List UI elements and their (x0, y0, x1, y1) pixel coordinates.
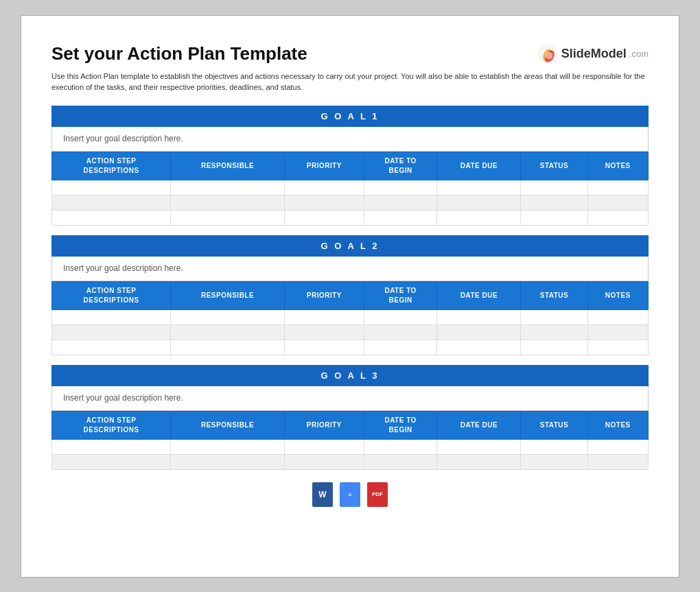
cell (587, 180, 648, 195)
table-row (52, 340, 649, 355)
cell (521, 180, 587, 195)
cell (284, 210, 364, 225)
cell (364, 340, 437, 355)
word-icon[interactable]: W (312, 482, 333, 507)
table-header-row: ACTION STEPDESCRIPTIONS RESPONSIBLE PRIO… (52, 152, 649, 180)
col-priority: PRIORITY (284, 152, 364, 180)
cell (587, 340, 648, 355)
cell (437, 195, 521, 210)
cell (521, 324, 587, 340)
col-status: STATUS (521, 411, 587, 439)
goal-section-3: G O A L 3 Insert your goal description h… (51, 365, 649, 470)
col-date-begin: DATE TOBEGIN (364, 281, 437, 309)
cell (171, 180, 285, 195)
cell (171, 309, 285, 324)
cell (364, 195, 437, 210)
goal-2-description: Insert your goal description here. (51, 257, 649, 281)
cell (521, 210, 587, 225)
goal-3-description: Insert your goal description here. (51, 386, 649, 411)
page-container: Set your Action Plan Template SlideModel… (21, 15, 679, 578)
col-status: STATUS (521, 281, 587, 309)
col-date-begin: DATE TOBEGIN (364, 152, 437, 180)
col-date-due: DATE DUE (437, 281, 521, 309)
col-date-begin: DATE TOBEGIN (364, 411, 437, 439)
docs-icon[interactable]: ≡ (340, 482, 360, 507)
footer-icons: W ≡ PDF (51, 482, 649, 507)
cell (284, 195, 364, 210)
col-responsible: RESPONSIBLE (171, 281, 285, 309)
col-notes: NOTES (587, 411, 648, 439)
cell (284, 324, 364, 340)
cell (521, 454, 587, 469)
cell (171, 324, 285, 340)
cell (52, 340, 171, 355)
header-row: Set your Action Plan Template SlideModel… (51, 43, 649, 65)
col-action-step: ACTION STEPDESCRIPTIONS (52, 281, 171, 309)
page-title: Set your Action Plan Template (51, 43, 307, 64)
cell (284, 454, 364, 469)
goal-section-1: G O A L 1 Insert your goal description h… (51, 106, 649, 226)
col-date-due: DATE DUE (437, 411, 521, 439)
logo-text: SlideModel (561, 47, 627, 61)
cell (521, 309, 587, 324)
pdf-icon-label: PDF (372, 491, 383, 497)
cell (437, 309, 521, 324)
col-notes: NOTES (587, 152, 648, 180)
col-status: STATUS (521, 152, 587, 180)
pdf-icon[interactable]: PDF (367, 482, 388, 507)
cell (52, 324, 171, 340)
cell (284, 340, 364, 355)
cell (284, 439, 364, 454)
cell (587, 195, 648, 210)
word-icon-label: W (318, 490, 326, 499)
logo-suffix: .com (629, 49, 649, 59)
cell (437, 210, 521, 225)
cell (521, 439, 587, 454)
col-notes: NOTES (587, 281, 648, 309)
cell (437, 454, 521, 469)
col-priority: PRIORITY (284, 411, 364, 439)
goal-1-description: Insert your goal description here. (51, 127, 649, 152)
table-row (52, 454, 649, 469)
col-action-step: ACTION STEPDESCRIPTIONS (52, 152, 171, 180)
col-responsible: RESPONSIBLE (171, 411, 285, 439)
cell (587, 454, 648, 469)
slidemodel-logo-icon (537, 43, 559, 65)
goal-1-header: G O A L 1 (51, 106, 649, 127)
cell (52, 180, 171, 195)
goal-3-header: G O A L 3 (51, 365, 649, 386)
goal-2-table: ACTION STEPDESCRIPTIONS RESPONSIBLE PRIO… (51, 281, 649, 355)
cell (52, 454, 171, 469)
cell (587, 439, 648, 454)
cell (587, 324, 648, 340)
cell (171, 454, 285, 469)
table-header-row: ACTION STEPDESCRIPTIONS RESPONSIBLE PRIO… (52, 281, 649, 309)
table-header-row: ACTION STEPDESCRIPTIONS RESPONSIBLE PRIO… (52, 411, 649, 439)
cell (521, 195, 587, 210)
table-row (52, 210, 649, 225)
col-responsible: RESPONSIBLE (171, 152, 285, 180)
cell (52, 195, 171, 210)
docs-icon-label: ≡ (348, 491, 351, 498)
cell (284, 180, 364, 195)
cell (364, 439, 437, 454)
cell (171, 439, 285, 454)
svg-point-1 (545, 51, 552, 59)
goal-1-table: ACTION STEPDESCRIPTIONS RESPONSIBLE PRIO… (51, 152, 649, 226)
cell (284, 309, 364, 324)
logo: SlideModel.com (537, 43, 649, 65)
cell (587, 210, 648, 225)
table-row (52, 324, 649, 340)
goal-section-2: G O A L 2 Insert your goal description h… (51, 235, 649, 355)
col-action-step: ACTION STEPDESCRIPTIONS (52, 411, 171, 439)
cell (437, 340, 521, 355)
cell (437, 324, 521, 340)
cell (364, 210, 437, 225)
cell (364, 454, 437, 469)
cell (437, 180, 521, 195)
cell (364, 324, 437, 340)
table-row (52, 195, 649, 210)
cell (171, 195, 285, 210)
cell (171, 340, 285, 355)
cell (437, 439, 521, 454)
